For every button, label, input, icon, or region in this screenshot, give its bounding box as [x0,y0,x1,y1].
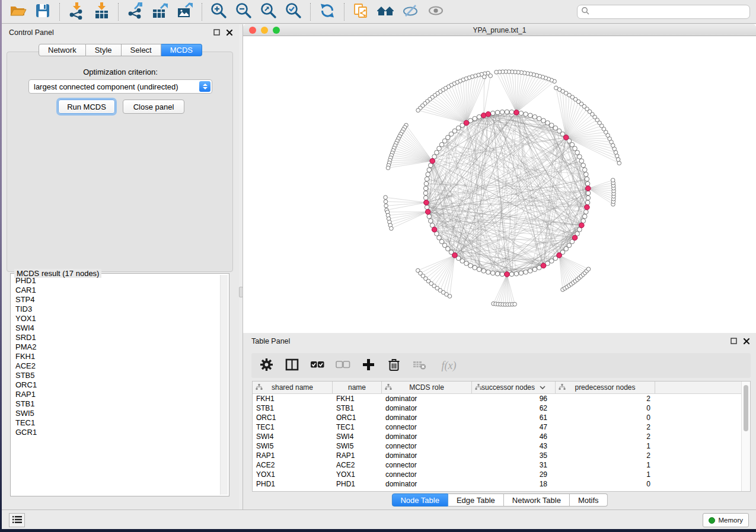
optimization-criterion-select[interactable]: largest connected component (undirected) [28,79,212,94]
table-scrollbar-thumb[interactable] [744,385,748,431]
control-panel-tabs: NetworkStyleSelectMCDS [39,44,202,56]
toolbar-separator [118,3,119,21]
result-item[interactable]: SWI4 [12,323,219,333]
result-item[interactable]: PHD1 [12,276,219,286]
result-item[interactable]: SWI5 [12,409,219,418]
tab-edge-table[interactable]: Edge Table [448,493,504,507]
select-all-button[interactable] [310,358,325,373]
table-cell: dominator [382,479,472,489]
tab-node-table[interactable]: Node Table [391,493,448,507]
zoom-fit-button[interactable] [258,2,279,22]
export-image-button[interactable] [174,2,196,22]
table-cell: connector [382,460,472,470]
result-item[interactable]: STB1 [12,399,219,409]
column-settings-button[interactable] [259,358,274,373]
close-table-panel-button[interactable] [742,337,750,345]
memory-button[interactable]: Memory [703,513,749,527]
close-mcds-panel-button[interactable]: Close panel [123,100,184,114]
result-item[interactable]: ORC1 [12,380,219,390]
show-hidden-button[interactable] [425,2,446,22]
table-row[interactable]: ACE2ACE2connector311 [253,460,750,470]
table-row[interactable]: SWI5SWI5connector431 [253,441,750,451]
eye-slash-icon [402,2,420,21]
result-item[interactable]: ACE2 [12,361,219,371]
search-field[interactable] [577,5,750,19]
task-history-button[interactable] [9,513,25,527]
select-stepper-icon [199,81,210,92]
copy-network-view-button[interactable] [350,2,372,22]
save-session-button[interactable] [32,2,53,22]
result-item[interactable]: TID3 [12,305,219,314]
table-cell: PHD1 [253,479,333,489]
column-header-successor-nodes[interactable]: successor nodes [472,382,556,393]
refresh-button[interactable] [317,2,338,22]
import-network-button[interactable] [66,2,87,22]
tab-mcds[interactable]: MCDS [161,44,202,56]
delete-table-button[interactable] [412,358,427,373]
table-cell: 1 [556,470,655,479]
tab-style[interactable]: Style [86,44,122,56]
table-row[interactable]: YOX1YOX1connector291 [253,470,750,479]
column-header-predecessor-nodes[interactable]: predecessor nodes [556,382,655,393]
zoom-out-button[interactable] [233,2,254,22]
column-header-shared-name[interactable]: shared name [253,382,333,393]
table-cell: PHD1 [333,479,382,489]
function-builder-button[interactable]: f(x) [437,358,461,373]
table-cell: 2 [556,422,655,432]
optimization-criterion-value: largest connected component (undirected) [34,82,199,91]
export-network-button[interactable] [125,2,146,22]
result-item[interactable]: STB5 [12,371,219,380]
table-row[interactable]: ORC1ORC1dominator610 [253,413,750,422]
result-item[interactable]: SRD1 [12,333,219,342]
table-row[interactable]: STB1STB1dominator620 [253,403,750,413]
tab-select[interactable]: Select [122,44,161,56]
table-cell: SWI5 [333,441,382,451]
result-item[interactable]: YOX1 [12,314,219,323]
zoom-in-button[interactable] [208,2,229,22]
table-row[interactable]: FKH1FKH1dominator962 [253,394,750,403]
import-table-button[interactable] [91,2,112,22]
result-item[interactable]: RAP1 [12,390,219,399]
add-column-button[interactable] [361,358,376,373]
table-scrollbar[interactable] [741,382,750,491]
table-cell: FKH1 [333,394,382,403]
hide-selected-button[interactable] [400,2,422,22]
table-cell: YOX1 [253,470,333,479]
open-file-button[interactable] [7,2,28,22]
result-item[interactable]: TEC1 [12,418,219,428]
toolbar-separator [59,3,60,21]
table-panel: Table Panel f(x) shared namenameMCDS rol… [243,333,756,509]
unselect-all-button[interactable] [335,358,350,373]
result-item[interactable]: STP4 [12,295,219,305]
table-row[interactable]: TEC1TEC1connector472 [253,422,750,432]
result-item[interactable]: FKH1 [12,352,219,361]
delete-column-button[interactable] [386,358,401,373]
result-item[interactable]: CAR1 [12,286,219,295]
mcds-result-scrollbar[interactable] [220,275,228,495]
table-row[interactable]: PHD1PHD1dominator180 [253,479,750,489]
table-row[interactable]: SWI4SWI4dominator462 [253,432,750,441]
run-mcds-button[interactable]: Run MCDS [58,100,115,114]
tab-motifs[interactable]: Motifs [570,493,608,507]
mcds-result-list: PHD1CAR1STP4TID3YOX1SWI4SRD1PMA2FKH1ACE2… [12,276,219,495]
export-table-button[interactable] [149,2,171,22]
table-cell: STB1 [253,403,333,413]
search-input[interactable] [592,7,749,17]
result-item[interactable]: PMA2 [12,342,219,352]
tab-network-table[interactable]: Network Table [504,493,570,507]
column-header-MCDS-role[interactable]: MCDS role [382,382,472,393]
zoom-selected-button[interactable] [283,2,304,22]
float-panel-button[interactable] [213,28,221,36]
table-row[interactable]: RAP1RAP1dominator352 [253,451,750,460]
export-table-icon [151,2,169,21]
network-window-titlebar[interactable]: YPA_prune.txt_1 [243,24,756,36]
tab-network[interactable]: Network [39,44,86,56]
result-item[interactable]: GCR1 [12,428,219,437]
close-panel-button[interactable] [225,28,233,36]
show-columns-button[interactable] [284,358,299,373]
first-neighbors-button[interactable] [375,2,397,22]
column-header-name[interactable]: name [333,382,382,393]
network-graph[interactable] [243,36,756,333]
float-table-panel-button[interactable] [730,337,738,345]
checked-boxes-icon [310,358,325,373]
